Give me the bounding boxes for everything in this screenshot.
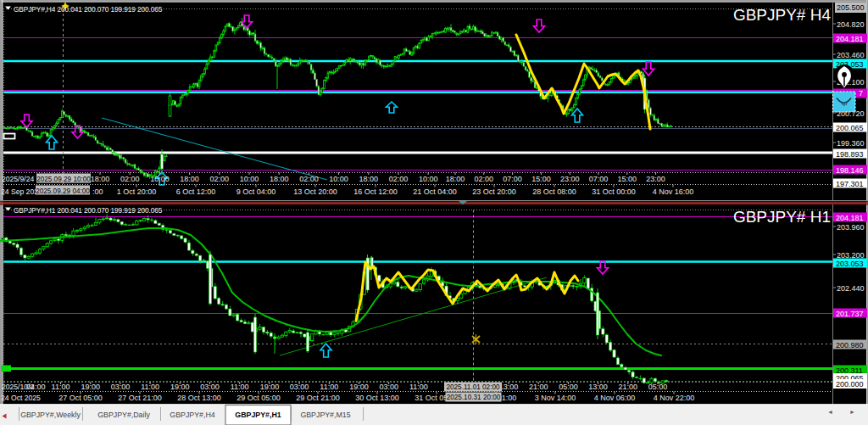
svg-text:2025.09.29 10:00: 2025.09.29 10:00 [36,176,91,183]
svg-text:24 Sep 202: 24 Sep 202 [1,187,38,196]
svg-text:204.181: 204.181 [836,214,864,222]
svg-text:►: ► [849,409,855,415]
svg-text:203.960: 203.960 [837,223,865,232]
svg-text:24 Oct 2025: 24 Oct 2025 [1,394,41,402]
svg-text:◄: ◄ [827,409,833,415]
svg-text:GBPJPY#,H1 200.041 200.070 19: GBPJPY#,H1 200.041 200.070 199.919 200.0… [14,206,163,215]
svg-text:23:00: 23:00 [560,175,580,183]
svg-text:10:00: 10:00 [240,175,259,183]
svg-text:02:00: 02:00 [389,175,409,183]
svg-text:GBPJPY#,H1: GBPJPY#,H1 [235,411,281,419]
svg-text:1 Oct 20:00: 1 Oct 20:00 [117,187,157,196]
svg-text:31 Oct 00:00: 31 Oct 00:00 [592,187,636,196]
svg-text:15:00: 15:00 [531,175,551,183]
svg-text:4 Nov 22:00: 4 Nov 22:00 [654,394,695,402]
svg-text:02:00: 02:00 [210,175,230,183]
svg-text:27 Oct 21:00: 27 Oct 21:00 [118,394,162,402]
svg-text:2025.11.01 02:00: 2025.11.01 02:00 [446,383,500,391]
svg-text:201.737: 201.737 [836,310,864,318]
svg-text:6 Oct 12:00: 6 Oct 12:00 [176,187,216,196]
svg-text:205.500: 205.500 [837,3,865,12]
svg-text:203.460: 203.460 [837,51,865,59]
svg-text:2025.09.29 04:00: 2025.09.29 04:00 [36,187,90,195]
svg-text:28 Oct 13:00: 28 Oct 13:00 [177,394,221,402]
svg-text:203.200: 203.200 [837,251,865,260]
svg-text:23 Oct 20:00: 23 Oct 20:00 [472,187,516,196]
svg-text:GBPJPY# H4: GBPJPY# H4 [733,6,832,24]
svg-text::00: :00 [92,187,103,196]
svg-text:202.440: 202.440 [837,284,865,293]
svg-text:10:00: 10:00 [419,175,438,183]
svg-text:GBPJPY#,H4: GBPJPY#,H4 [170,411,214,419]
svg-text:7: 7 [859,89,863,98]
svg-text:21 Oct 04:00: 21 Oct 04:00 [413,187,457,196]
svg-text:2025.10.31 20:00: 2025.10.31 20:00 [447,394,501,401]
svg-text:200.065: 200.065 [836,124,864,132]
svg-text:203.053: 203.053 [836,260,864,268]
svg-text:28 Oct 08:00: 28 Oct 08:00 [532,187,576,196]
svg-text:30 Oct 13:00: 30 Oct 13:00 [355,394,399,402]
svg-text:3 Nov 14:00: 3 Nov 14:00 [535,394,576,402]
svg-text:16 Oct 12:00: 16 Oct 12:00 [353,187,398,196]
svg-text:15:00: 15:00 [618,175,637,183]
svg-text:18:00: 18:00 [180,175,199,183]
svg-text:204.820: 204.820 [837,20,865,29]
svg-text:GBPJPY# H1: GBPJPY# H1 [733,208,831,226]
svg-text:29 Oct 05:00: 29 Oct 05:00 [236,394,281,402]
svg-text:GBPJPY#,Daily: GBPJPY#,Daily [97,411,150,419]
svg-text:10:00: 10:00 [329,175,348,183]
svg-text:18:00: 18:00 [91,175,110,183]
svg-text:02:00: 02:00 [299,175,319,183]
svg-text:9 Oct 04:00: 9 Oct 04:00 [236,187,276,196]
svg-text:200.980: 200.980 [836,341,864,350]
svg-text:27 Oct 05:00: 27 Oct 05:00 [58,394,103,402]
svg-text:197.301: 197.301 [836,180,864,188]
svg-text:GBPJPY#,Weekly: GBPJPY#,Weekly [20,411,81,419]
svg-text:4 Nov 16:00: 4 Nov 16:00 [653,187,694,196]
svg-text:2025/9/24: 2025/9/24 [2,175,34,183]
svg-text:18:00: 18:00 [446,175,465,183]
svg-text:23:00: 23:00 [646,175,665,183]
svg-text:02:00: 02:00 [120,175,140,183]
svg-text:198.146: 198.146 [836,166,864,175]
svg-text:02:00: 02:00 [475,175,494,183]
svg-text:29 Oct 21:00: 29 Oct 21:00 [296,394,340,402]
svg-text:13 Oct 20:00: 13 Oct 20:00 [293,187,337,196]
svg-text:10:00: 10:00 [150,175,170,183]
svg-text:GBPJPY#,H4 200.041 200.070 19: GBPJPY#,H4 200.041 200.070 199.919 200.0… [14,5,163,14]
svg-text:199.360: 199.360 [837,139,865,148]
svg-text:198.893: 198.893 [836,150,864,159]
svg-text:18:00: 18:00 [359,175,379,183]
svg-text:204.181: 204.181 [836,35,864,43]
svg-text:07:00: 07:00 [503,175,522,183]
svg-text:200.000: 200.000 [836,380,864,389]
svg-text:04:00: 04:00 [26,383,46,391]
svg-text:4 Nov 06:00: 4 Nov 06:00 [594,394,636,402]
svg-text:GBPJPY#,M15: GBPJPY#,M15 [300,411,350,419]
svg-text:07:00: 07:00 [589,175,609,183]
svg-text:18:00: 18:00 [270,175,289,183]
